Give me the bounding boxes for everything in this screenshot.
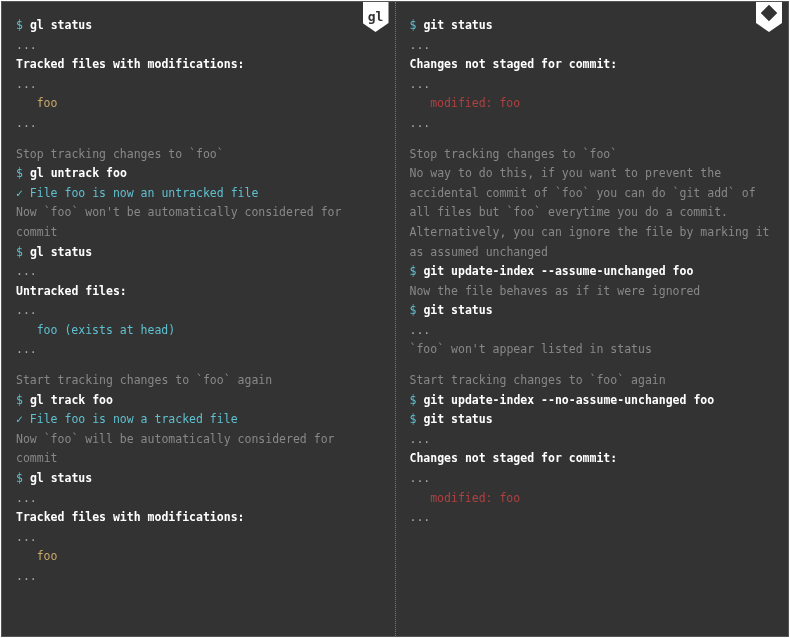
- spacer: [410, 133, 775, 145]
- cmd-line: $ gl track foo: [16, 391, 381, 411]
- output-heading: Changes not staged for commit:: [410, 449, 775, 469]
- cmd-text: gl status: [30, 245, 92, 259]
- prompt: $: [410, 303, 417, 317]
- output-dots: ...: [16, 114, 381, 134]
- cmd-text: gl status: [30, 18, 92, 32]
- cmd-line: $ git status: [410, 410, 775, 430]
- output-dots: ...: [16, 262, 381, 282]
- output-dots: ...: [16, 567, 381, 587]
- cmd-line: $ git status: [410, 301, 775, 321]
- output-dots: ...: [410, 508, 775, 528]
- file-entry: modified: foo: [410, 94, 775, 114]
- result-line: ✓ File foo is now a tracked file: [16, 410, 381, 430]
- output-dots: ...: [16, 489, 381, 509]
- spacer: [16, 360, 381, 372]
- output-dots: ...: [410, 430, 775, 450]
- note-line: `foo` won't appear listed in status: [410, 340, 775, 360]
- cmd-text: gl track foo: [30, 393, 113, 407]
- output-dots: ...: [16, 75, 381, 95]
- spacer: [410, 360, 775, 372]
- cmd-text: gl untrack foo: [30, 166, 127, 180]
- output-dots: ...: [16, 36, 381, 56]
- output-heading: Tracked files with modifications:: [16, 55, 381, 75]
- pane-git: $ git status ... Changes not staged for …: [396, 2, 789, 636]
- comparison-container: gl $ gl status ... Tracked files with mo…: [1, 1, 789, 637]
- section-title: Stop tracking changes to `foo`: [16, 145, 381, 165]
- result-line: ✓ File foo is now an untracked file: [16, 184, 381, 204]
- cmd-line: $ git update-index --no-assume-unchanged…: [410, 391, 775, 411]
- cmd-text: git update-index --assume-unchanged foo: [423, 264, 693, 278]
- cmd-line: $ git status: [410, 16, 775, 36]
- file-entry: modified: foo: [410, 489, 775, 509]
- prompt: $: [16, 18, 23, 32]
- output-dots: ...: [410, 75, 775, 95]
- git-icon: [760, 4, 778, 29]
- note-line: No way to do this, if you want to preven…: [410, 164, 775, 262]
- prompt: $: [16, 471, 23, 485]
- prompt: $: [410, 264, 417, 278]
- cmd-text: git status: [423, 412, 492, 426]
- section-title: Start tracking changes to `foo` again: [16, 371, 381, 391]
- output-heading: Tracked files with modifications:: [16, 508, 381, 528]
- prompt: $: [410, 393, 417, 407]
- pane-gl: gl $ gl status ... Tracked files with mo…: [2, 2, 396, 636]
- prompt: $: [410, 18, 417, 32]
- cmd-text: git status: [423, 18, 492, 32]
- cmd-line: $ gl status: [16, 469, 381, 489]
- output-heading: Changes not staged for commit:: [410, 55, 775, 75]
- cmd-text: gl status: [30, 471, 92, 485]
- cmd-text: git status: [423, 303, 492, 317]
- output-dots: ...: [16, 528, 381, 548]
- section-title: Start tracking changes to `foo` again: [410, 371, 775, 391]
- cmd-text: git update-index --no-assume-unchanged f…: [423, 393, 714, 407]
- cmd-line: $ git update-index --assume-unchanged fo…: [410, 262, 775, 282]
- section-title: Stop tracking changes to `foo`: [410, 145, 775, 165]
- file-entry: foo: [16, 547, 381, 567]
- cmd-line: $ gl status: [16, 16, 381, 36]
- output-dots: ...: [410, 36, 775, 56]
- output-heading: Untracked files:: [16, 282, 381, 302]
- prompt: $: [410, 412, 417, 426]
- prompt: $: [16, 166, 23, 180]
- spacer: [16, 133, 381, 145]
- note-line: Now `foo` won't be automatically conside…: [16, 203, 381, 242]
- cmd-line: $ gl status: [16, 243, 381, 263]
- prompt: $: [16, 245, 23, 259]
- output-dots: ...: [410, 469, 775, 489]
- output-dots: ...: [16, 340, 381, 360]
- note-line: Now the file behaves as if it were ignor…: [410, 282, 775, 302]
- file-entry: foo (exists at head): [16, 321, 381, 341]
- cmd-line: $ gl untrack foo: [16, 164, 381, 184]
- output-dots: ...: [410, 114, 775, 134]
- output-dots: ...: [410, 321, 775, 341]
- output-dots: ...: [16, 301, 381, 321]
- badge-gl-label: gl: [368, 6, 384, 28]
- note-line: Now `foo` will be automatically consider…: [16, 430, 381, 469]
- file-entry: foo: [16, 94, 381, 114]
- prompt: $: [16, 393, 23, 407]
